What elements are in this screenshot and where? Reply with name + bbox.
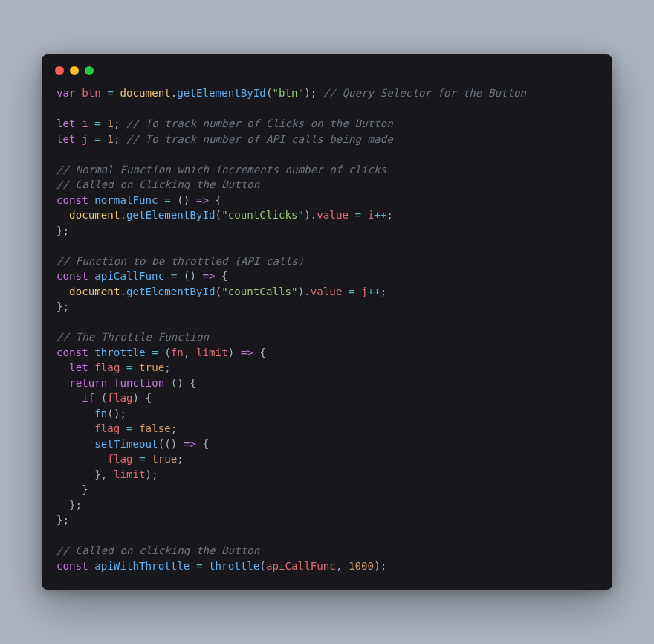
code-token: ; <box>114 133 126 145</box>
code-token: // Called on Clicking the Button <box>56 178 259 190</box>
code-token: const <box>56 270 94 282</box>
code-token: // Normal Function which increments numb… <box>56 164 386 176</box>
code-token: ++ <box>374 209 386 221</box>
code-token <box>88 133 95 145</box>
code-line: flag = true; <box>56 451 598 467</box>
code-token: => <box>202 270 215 282</box>
code-token: = <box>94 133 101 145</box>
code-line <box>56 101 598 117</box>
code-token: ); <box>374 560 386 572</box>
code-line <box>56 315 598 330</box>
code-token: = <box>152 347 158 358</box>
code-line: fn(); <box>56 406 598 422</box>
code-token <box>133 361 140 373</box>
code-token: "btn" <box>272 87 304 99</box>
code-line: // Called on clicking the Button <box>56 543 598 558</box>
code-token: ; <box>114 117 126 129</box>
code-line: document.getElementById("countClicks").v… <box>56 207 598 223</box>
close-icon[interactable] <box>55 66 64 75</box>
zoom-icon[interactable] <box>85 66 94 75</box>
code-token <box>56 408 94 419</box>
code-line: // Called on Clicking the Button <box>56 177 598 193</box>
code-token <box>355 286 362 297</box>
code-token: ( <box>216 209 222 221</box>
code-token: // To track number of Clicks on the Butt… <box>126 117 393 129</box>
code-token: document <box>69 209 120 221</box>
code-token: 1 <box>107 133 114 145</box>
code-token <box>146 453 152 465</box>
code-token: () { <box>164 377 196 389</box>
code-token: ). <box>304 209 317 221</box>
code-token <box>56 453 107 465</box>
stage: var btn = document.getElementById("btn")… <box>0 0 654 644</box>
code-token: => <box>241 347 253 358</box>
code-token <box>190 560 196 572</box>
code-token: ( <box>94 392 107 404</box>
code-token: { <box>253 347 266 358</box>
code-token: . <box>120 286 126 297</box>
window-titlebar <box>42 54 612 81</box>
code-token: limit <box>196 347 228 358</box>
code-token: throttle <box>94 347 145 358</box>
code-token <box>349 209 355 221</box>
code-token <box>56 361 69 373</box>
code-token: return <box>69 377 107 389</box>
code-token: (() <box>158 438 184 450</box>
code-token: // Query Selector for the Button <box>323 87 526 99</box>
code-token: ( <box>158 347 171 358</box>
code-token: // To track number of API calls being ma… <box>126 133 393 145</box>
code-token: }; <box>56 499 82 511</box>
code-token: = <box>355 209 362 221</box>
code-line: const normalFunc = () => { <box>56 193 598 208</box>
code-token: flag <box>94 422 120 434</box>
code-token: ) <box>228 347 241 358</box>
code-line: // Function to be throttled (API calls) <box>56 254 598 269</box>
code-token <box>120 361 126 373</box>
code-token <box>133 453 140 465</box>
code-line: const apiCallFunc = () => { <box>56 268 598 284</box>
code-token: ; <box>171 422 178 434</box>
code-token: apiCallFunc <box>94 270 164 282</box>
code-token: // Function to be throttled (API calls) <box>56 255 304 267</box>
minimize-icon[interactable] <box>70 66 79 75</box>
code-token: ; <box>386 209 393 221</box>
code-token: }; <box>56 300 69 312</box>
code-token: ) { <box>133 392 152 404</box>
code-token: limit <box>114 468 146 480</box>
code-token: flag <box>94 361 120 373</box>
code-line: return function () { <box>56 376 598 391</box>
code-token: ( <box>216 286 222 297</box>
code-token: fn <box>94 408 107 419</box>
code-line: const throttle = (fn, limit) => { <box>56 345 598 361</box>
code-token: 1 <box>107 117 114 129</box>
code-line: if (flag) { <box>56 390 598 406</box>
code-token: (); <box>107 408 126 419</box>
code-token <box>56 209 69 221</box>
code-token: fn <box>171 347 184 358</box>
code-line: }; <box>56 512 598 528</box>
code-token: let <box>69 361 94 373</box>
code-token <box>202 560 209 572</box>
code-token: flag <box>107 453 132 465</box>
code-token: let <box>56 133 82 145</box>
code-token: apiCallFunc <box>266 560 336 572</box>
code-token <box>133 422 140 434</box>
code-token <box>120 422 126 434</box>
code-token: true <box>139 361 164 373</box>
code-token <box>56 422 94 434</box>
code-token: = <box>107 87 114 99</box>
code-token <box>342 286 349 297</box>
code-token: j <box>82 133 88 145</box>
code-token: btn <box>82 87 101 99</box>
code-token: true <box>152 453 177 465</box>
code-token: , <box>184 347 196 358</box>
code-token: = <box>126 422 133 434</box>
code-token: getElementById <box>126 209 216 221</box>
code-token: ; <box>164 361 171 373</box>
code-token: let <box>56 117 82 129</box>
code-token: apiWithThrottle <box>94 560 190 572</box>
code-token: if <box>82 392 94 404</box>
code-token <box>164 270 171 282</box>
code-token <box>56 286 69 297</box>
code-token: = <box>349 286 355 297</box>
